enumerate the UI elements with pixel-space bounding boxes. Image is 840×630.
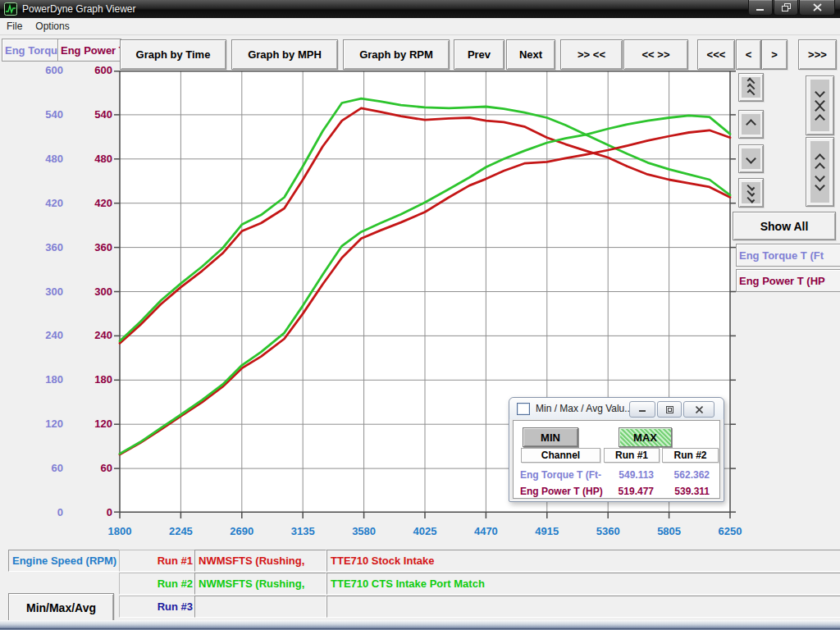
title-bar: PowerDyne Graph Viewer bbox=[0, 0, 840, 18]
pan-far-left-button[interactable]: <<< bbox=[697, 39, 735, 70]
run-description-2[interactable]: TTE710 CTS Intake Port Match bbox=[326, 573, 840, 595]
app-window: PowerDyne Graph Viewer FileOptions Eng T… bbox=[0, 0, 840, 630]
triple-chevron-down-button[interactable] bbox=[738, 178, 764, 208]
minmax-avg-button[interactable]: Min/Max/Avg bbox=[8, 593, 114, 623]
power-axis-tick-label: 600 bbox=[71, 64, 112, 76]
app-icon bbox=[4, 2, 17, 16]
power-axis-tick-label: 60 bbox=[71, 462, 112, 474]
torque-axis-tick-label: 300 bbox=[22, 285, 63, 298]
minimize-button[interactable] bbox=[748, 0, 773, 16]
dialog-icon bbox=[517, 403, 530, 415]
rpm-axis-tick-label: 2245 bbox=[156, 525, 205, 537]
run-description-3[interactable] bbox=[326, 596, 840, 618]
pan-far-right-button[interactable]: >>> bbox=[798, 39, 837, 70]
chevron-up-icon bbox=[742, 114, 760, 135]
power-axis-tick-label: 360 bbox=[71, 241, 112, 253]
run-source-3[interactable] bbox=[194, 596, 326, 618]
triple-chevron-up-icon bbox=[742, 77, 760, 98]
window-title: PowerDyne Graph Viewer bbox=[22, 3, 136, 15]
power-axis-tick-label: 120 bbox=[71, 418, 112, 430]
chevron-down-icon bbox=[742, 148, 760, 169]
torque-axis-tick-label: 360 bbox=[22, 241, 63, 253]
dialog-title: Min / Max / Avg Valu... bbox=[536, 403, 632, 414]
dialog-max-value: 562.362 bbox=[662, 468, 710, 482]
expand-vertical-button[interactable] bbox=[806, 137, 834, 207]
rpm-axis-tick-label: 5360 bbox=[583, 525, 632, 537]
dialog-column-run-1[interactable]: Run #1 bbox=[604, 448, 660, 463]
window-bottom-frame bbox=[0, 620, 840, 630]
run-source-1[interactable]: NWMSFTS (Rushing, bbox=[194, 550, 326, 572]
torque-axis-tick-label: 480 bbox=[22, 153, 63, 165]
dialog-row-label: Eng Power T (HP) bbox=[520, 485, 606, 498]
run-label-1: Run #1 bbox=[119, 550, 197, 572]
dialog-minimize-button[interactable] bbox=[629, 401, 655, 418]
torque-axis-tick-label: 420 bbox=[22, 197, 63, 209]
power-axis-tick-label: 480 bbox=[71, 153, 112, 165]
zoom-out-x-button[interactable]: << >> bbox=[623, 39, 688, 70]
torque-axis-tick-label: 240 bbox=[22, 329, 63, 341]
dialog-max-value: 539.311 bbox=[662, 485, 710, 498]
rpm-axis-tick-label: 3580 bbox=[340, 525, 389, 537]
show-all-button[interactable]: Show All bbox=[733, 212, 836, 240]
power-axis-tick-label: 240 bbox=[71, 329, 112, 341]
zoom-in-x-button[interactable]: >> << bbox=[560, 39, 623, 70]
pan-left-button[interactable]: < bbox=[736, 39, 761, 70]
rpm-axis-tick-label: 4915 bbox=[523, 525, 572, 537]
x-channel-box[interactable]: Engine Speed (RPM) bbox=[8, 550, 121, 572]
run-description-1[interactable]: TTE710 Stock Intake bbox=[326, 550, 840, 572]
restore-button[interactable] bbox=[774, 0, 798, 16]
torque-axis-tick-label: 600 bbox=[22, 64, 63, 76]
power-axis-tick-label: 0 bbox=[71, 506, 112, 518]
dialog-restore-button[interactable] bbox=[657, 401, 682, 418]
chevron-down-button[interactable] bbox=[738, 144, 764, 173]
power-channel-box[interactable]: Eng Power T (HP bbox=[736, 269, 840, 292]
power-axis-tick-label: 300 bbox=[71, 285, 112, 298]
menu-item-file[interactable]: File bbox=[0, 21, 29, 32]
rpm-axis-tick-label: 4025 bbox=[400, 525, 450, 537]
triple-chevron-up-button[interactable] bbox=[738, 73, 764, 102]
dialog-column-run-2[interactable]: Run #2 bbox=[662, 448, 719, 463]
prev-button[interactable]: Prev bbox=[454, 39, 504, 70]
graph-by-rpm-button[interactable]: Graph by RPM bbox=[343, 39, 450, 70]
collapse-vertical-button[interactable] bbox=[806, 75, 834, 135]
rpm-axis-tick-label: 2690 bbox=[217, 525, 267, 537]
expand-vertical-icon bbox=[810, 141, 829, 203]
dialog-close-button[interactable] bbox=[683, 401, 714, 418]
dialog-max-value: 549.113 bbox=[605, 468, 654, 482]
pan-right-button[interactable]: > bbox=[761, 39, 788, 70]
torque-axis-header[interactable]: Eng Torque T (Ft bbox=[2, 39, 62, 62]
power-axis-tick-label: 180 bbox=[71, 373, 112, 386]
power-axis-tick-label: 420 bbox=[71, 197, 112, 209]
rpm-axis-tick-label: 5805 bbox=[645, 525, 694, 537]
menu-item-options[interactable]: Options bbox=[29, 21, 75, 32]
run-source-2[interactable]: NWMSFTS (Rushing, bbox=[194, 573, 326, 595]
graph-by-time-button[interactable]: Graph by Time bbox=[120, 39, 226, 70]
torque-axis-tick-label: 120 bbox=[22, 418, 63, 430]
rpm-axis-tick-label: 3135 bbox=[278, 525, 327, 537]
next-button[interactable]: Next bbox=[506, 39, 555, 70]
rpm-axis-tick-label: 4470 bbox=[461, 525, 510, 537]
chevron-up-button[interactable] bbox=[738, 110, 764, 139]
power-axis-header[interactable]: Eng Power T (HP bbox=[57, 39, 121, 62]
minmax-dialog: Min / Max / Avg Valu... MIN MAX ChannelR… bbox=[509, 397, 724, 502]
run-label-3: Run #3 bbox=[119, 596, 197, 618]
close-button[interactable] bbox=[799, 0, 835, 16]
dialog-max-value: 519.477 bbox=[605, 485, 654, 498]
graph-by-mph-button[interactable]: Graph by MPH bbox=[231, 39, 338, 70]
power-axis-tick-label: 540 bbox=[71, 108, 112, 121]
rpm-axis-tick-label: 1800 bbox=[95, 525, 144, 537]
torque-axis-tick-label: 60 bbox=[22, 462, 63, 474]
rpm-axis-tick-label: 6250 bbox=[705, 525, 755, 537]
triple-chevron-down-icon bbox=[742, 182, 760, 203]
collapse-vertical-icon bbox=[810, 80, 829, 131]
torque-axis-tick-label: 180 bbox=[22, 373, 63, 386]
dialog-row-label: Eng Torque T (Ft- bbox=[520, 468, 606, 482]
dialog-column-channel[interactable]: Channel bbox=[521, 448, 600, 463]
torque-axis-tick-label: 0 bbox=[22, 506, 63, 518]
torque-axis-tick-label: 540 bbox=[22, 108, 63, 121]
max-toggle-button[interactable]: MAX bbox=[619, 427, 672, 447]
menu-bar: FileOptions bbox=[0, 18, 840, 35]
torque-channel-box[interactable]: Eng Torque T (Ft bbox=[736, 244, 840, 267]
run-label-2: Run #2 bbox=[119, 573, 197, 595]
min-toggle-button[interactable]: MIN bbox=[523, 427, 578, 447]
